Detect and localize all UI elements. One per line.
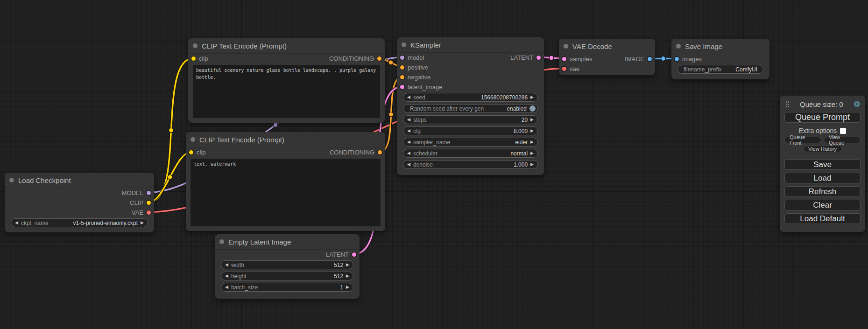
CONDITIONING-output-port[interactable] [378, 150, 382, 154]
LATENT-output-port[interactable] [352, 252, 356, 257]
increment-arrow-icon[interactable]: ▶ [530, 95, 534, 99]
input-slot-label: images [682, 56, 702, 63]
queue-front-button[interactable]: Queue Front [784, 137, 821, 143]
model-input-port[interactable] [400, 56, 404, 60]
decrement-arrow-icon[interactable]: ◀ [407, 151, 410, 155]
node-title-bar[interactable]: Load Checkpoint [5, 173, 154, 188]
seed-widget[interactable]: ◀seed156680208700286▶ [403, 93, 538, 102]
CLIP-output-port[interactable] [147, 201, 151, 205]
CLIP-output-slot: CLIP [130, 199, 151, 206]
steps-widget[interactable]: ◀steps20▶ [403, 115, 538, 124]
save-button[interactable]: Save [784, 159, 861, 170]
node-status-dot [564, 44, 568, 49]
slot-rows: LATENT [215, 250, 360, 259]
toggle-knob[interactable] [529, 105, 536, 112]
load-button[interactable]: Load [784, 173, 861, 183]
gear-icon[interactable]: ⚙ [854, 100, 861, 108]
height-widget[interactable]: ◀height512▶ [221, 272, 353, 280]
node-save-image[interactable]: Save Imageimagesfilename_prefixComfyUI [671, 39, 769, 79]
vae-input-port[interactable] [562, 67, 566, 71]
queue-prompt-button[interactable]: Queue Prompt [784, 112, 861, 123]
node-clip-text-encode-negative[interactable]: CLIP Text Encode (Prompt)clipCONDITIONIN… [186, 132, 385, 231]
batch_size-widget[interactable]: ◀batch_size1▶ [221, 283, 353, 292]
node-graph-canvas[interactable]: Load CheckpointMODELCLIPVAE◀ckpt_namev1-… [0, 0, 868, 329]
increment-arrow-icon[interactable]: ▶ [346, 285, 349, 289]
denoise-widget[interactable]: ◀denoise1.000▶ [403, 160, 538, 169]
node-title-bar[interactable]: VAE Decode [559, 39, 655, 54]
negative-input-port[interactable] [400, 75, 404, 79]
node-title-bar[interactable]: KSampler [397, 37, 544, 53]
node-title-bar[interactable]: CLIP Text Encode (Prompt) [188, 38, 385, 54]
decrement-arrow-icon[interactable]: ◀ [225, 263, 228, 267]
positive-input-port[interactable] [400, 65, 404, 70]
input-slot-label: clip [197, 149, 206, 156]
node-clip-text-encode-positive[interactable]: CLIP Text Encode (Prompt)clipCONDITIONIN… [188, 38, 385, 123]
widget-label: width [231, 262, 244, 268]
clip-to-positive-prompt-link-midpoint-dot [169, 128, 174, 133]
prompt-textarea[interactable]: beautiful scenery nature glass bottle la… [193, 65, 380, 118]
output-slot-label: CLIP [130, 199, 143, 206]
node-vae-decode[interactable]: VAE DecodesamplesIMAGEvae [559, 39, 655, 75]
decrement-arrow-icon[interactable]: ◀ [15, 221, 18, 225]
increment-arrow-icon[interactable]: ▶ [530, 140, 534, 144]
decrement-arrow-icon[interactable]: ◀ [407, 162, 410, 167]
drag-handle-icon[interactable] [785, 101, 790, 107]
node-title-label: Save Image [685, 42, 722, 50]
widget-label: Random seed after every gen [410, 105, 484, 112]
output-slot-label: LATENT [326, 251, 349, 258]
increment-arrow-icon[interactable]: ▶ [530, 151, 534, 155]
increment-arrow-icon[interactable]: ▶ [141, 221, 144, 225]
clear-button[interactable]: Clear [784, 200, 861, 210]
widget-list: filename_prefixComfyUI [671, 64, 769, 74]
decrement-arrow-icon[interactable]: ◀ [225, 274, 228, 278]
latent_image-input-port[interactable] [400, 85, 404, 89]
CONDITIONING-output-port[interactable] [377, 56, 381, 61]
increment-arrow-icon[interactable]: ▶ [530, 129, 534, 133]
increment-arrow-icon[interactable]: ▶ [530, 162, 534, 167]
VAE-output-port[interactable] [147, 210, 151, 215]
node-load-checkpoint[interactable]: Load CheckpointMODELCLIPVAE◀ckpt_namev1-… [5, 173, 154, 232]
slot-row: latent_image [397, 82, 544, 92]
node-title-bar[interactable]: CLIP Text Encode (Prompt) [186, 132, 385, 147]
prompt-textarea[interactable]: text, watermark [191, 159, 381, 226]
decrement-arrow-icon[interactable]: ◀ [407, 95, 410, 99]
ckpt_name-widget[interactable]: ◀ckpt_namev1-5-pruned-emaonly.ckpt▶ [11, 218, 148, 227]
IMAGE-output-port[interactable] [648, 57, 652, 61]
scheduler-widget[interactable]: ◀schedulernormal▶ [403, 149, 538, 158]
input-slot-label: positive [408, 64, 428, 71]
increment-arrow-icon[interactable]: ▶ [346, 274, 349, 278]
decrement-arrow-icon[interactable]: ◀ [407, 140, 410, 144]
width-widget[interactable]: ◀width512▶ [221, 260, 353, 269]
filename_prefix-widget[interactable]: filename_prefixComfyUI [677, 65, 763, 74]
view-history-button[interactable]: View History [803, 146, 842, 152]
positive-conditioning-link-midpoint-dot [388, 60, 393, 65]
samples-input-port[interactable] [562, 57, 566, 61]
cfg-widget[interactable]: ◀cfg8.000▶ [403, 126, 538, 135]
extra-options-checkbox[interactable] [840, 128, 846, 134]
node-ksampler[interactable]: KSamplermodelLATENTpositivenegativelaten… [397, 37, 544, 175]
node-title-bar[interactable]: Save Image [671, 39, 769, 54]
view-queue-button[interactable]: View Queue [824, 137, 861, 143]
node-status-dot [402, 42, 406, 47]
MODEL-output-port[interactable] [147, 191, 151, 195]
decrement-arrow-icon[interactable]: ◀ [407, 118, 410, 122]
load-default-button[interactable]: Load Default [784, 213, 861, 224]
node-title-bar[interactable]: Empty Latent Image [215, 234, 360, 250]
sampler_name-widget[interactable]: ◀sampler_nameeuler▶ [403, 138, 538, 147]
slot-rows: clipCONDITIONING [188, 54, 385, 63]
increment-arrow-icon[interactable]: ▶ [530, 118, 534, 122]
widget-value: 1 [340, 284, 343, 291]
images-input-port[interactable] [675, 57, 679, 61]
clip-input-port[interactable] [189, 150, 193, 154]
LATENT-output-port[interactable] [536, 56, 541, 60]
decrement-arrow-icon[interactable]: ◀ [407, 129, 410, 133]
node-empty-latent-image[interactable]: Empty Latent ImageLATENT◀width512▶◀heigh… [215, 234, 360, 299]
decrement-arrow-icon[interactable]: ◀ [225, 285, 228, 289]
queue-panel-header: Queue size: 0 ⚙ [784, 100, 861, 108]
IMAGE-output-slot: IMAGE [625, 56, 652, 63]
refresh-button[interactable]: Refresh [784, 186, 861, 197]
Random seed after every gen-widget[interactable]: Random seed after every genenabled [403, 104, 538, 113]
increment-arrow-icon[interactable]: ▶ [346, 263, 349, 267]
slot-rows: modelLATENTpositivenegativelatent_image [397, 53, 544, 92]
clip-input-port[interactable] [191, 56, 196, 61]
